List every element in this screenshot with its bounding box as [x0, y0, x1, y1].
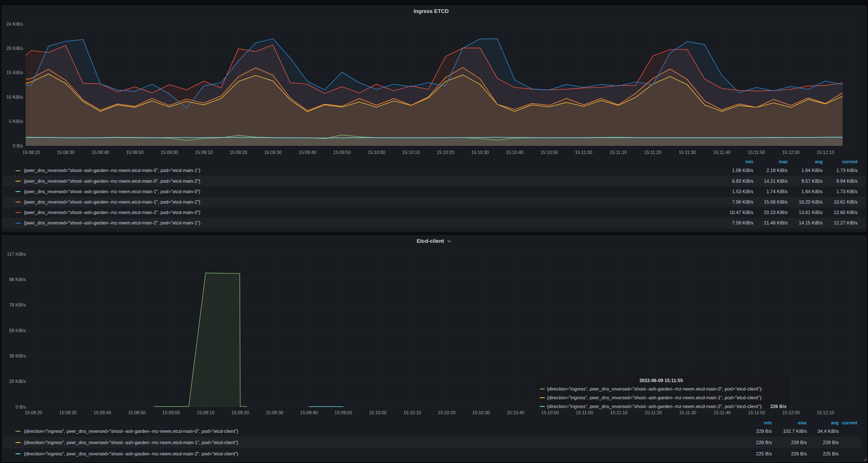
svg-text:15:08:40: 15:08:40 — [94, 410, 111, 415]
svg-text:15:12:00: 15:12:00 — [782, 410, 800, 415]
svg-text:15:08:30: 15:08:30 — [57, 150, 74, 155]
svg-text:15:09:00: 15:09:00 — [161, 150, 178, 155]
svg-text:15:11:00: 15:11:00 — [576, 410, 593, 415]
svg-text:59 KiB/s: 59 KiB/s — [9, 328, 26, 333]
svg-text:15:11:50: 15:11:50 — [748, 150, 765, 155]
svg-text:15:10:00: 15:10:00 — [369, 410, 386, 415]
svg-text:5 KiB/s: 5 KiB/s — [9, 119, 23, 124]
svg-text:117 KiB/s: 117 KiB/s — [7, 252, 26, 257]
svg-text:15:09:10: 15:09:10 — [195, 150, 213, 155]
svg-text:10 KiB/s: 10 KiB/s — [6, 95, 23, 99]
svg-text:15:09:00: 15:09:00 — [162, 410, 180, 415]
svg-text:15:11:20: 15:11:20 — [644, 150, 661, 155]
svg-text:15:09:20: 15:09:20 — [231, 410, 249, 415]
svg-text:15:10:40: 15:10:40 — [506, 150, 523, 155]
svg-text:15:08:20: 15:08:20 — [23, 150, 40, 155]
svg-text:15:10:50: 15:10:50 — [540, 150, 558, 155]
svg-text:15:08:20: 15:08:20 — [25, 410, 42, 415]
svg-text:15:11:20: 15:11:20 — [645, 410, 662, 415]
svg-text:15:11:10: 15:11:10 — [610, 410, 627, 415]
svg-text:15:10:30: 15:10:30 — [472, 410, 490, 415]
svg-text:15:09:50: 15:09:50 — [335, 410, 352, 415]
svg-text:15:09:50: 15:09:50 — [333, 150, 350, 155]
svg-text:15:10:30: 15:10:30 — [471, 150, 489, 155]
svg-text:15:11:40: 15:11:40 — [713, 150, 731, 155]
svg-text:0 B/s: 0 B/s — [13, 144, 23, 148]
svg-text:15:09:20: 15:09:20 — [230, 150, 247, 155]
svg-text:15:11:00: 15:11:00 — [575, 150, 592, 155]
svg-text:15:10:40: 15:10:40 — [507, 410, 524, 415]
svg-text:15:09:40: 15:09:40 — [300, 410, 318, 415]
svg-text:98 KiB/s: 98 KiB/s — [9, 277, 26, 282]
svg-text:78 KiB/s: 78 KiB/s — [9, 302, 26, 307]
svg-text:15:10:10: 15:10:10 — [404, 410, 421, 415]
svg-text:15:08:40: 15:08:40 — [92, 150, 109, 155]
svg-text:15:08:30: 15:08:30 — [59, 410, 76, 415]
svg-text:15:11:30: 15:11:30 — [679, 150, 696, 155]
svg-text:15:12:00: 15:12:00 — [782, 150, 800, 155]
svg-text:15:09:10: 15:09:10 — [197, 410, 214, 415]
svg-text:20 KiB/s: 20 KiB/s — [6, 46, 23, 51]
svg-text:15:10:20: 15:10:20 — [437, 150, 454, 155]
svg-text:24 KiB/s: 24 KiB/s — [6, 22, 23, 27]
svg-text:15:12:10: 15:12:10 — [817, 150, 834, 155]
svg-text:15:10:10: 15:10:10 — [402, 150, 420, 155]
svg-text:39 KiB/s: 39 KiB/s — [9, 354, 26, 358]
svg-text:15:10:00: 15:10:00 — [368, 150, 385, 155]
svg-text:15:08:50: 15:08:50 — [128, 410, 146, 415]
svg-text:15:10:20: 15:10:20 — [438, 410, 456, 415]
svg-text:15:10:50: 15:10:50 — [541, 410, 559, 415]
svg-text:15:08:50: 15:08:50 — [126, 150, 144, 155]
svg-text:15 KiB/s: 15 KiB/s — [6, 70, 23, 75]
svg-text:15:11:40: 15:11:40 — [714, 410, 731, 415]
svg-text:15:12:10: 15:12:10 — [817, 410, 834, 415]
svg-text:15:11:10: 15:11:10 — [610, 150, 627, 155]
svg-text:15:11:30: 15:11:30 — [679, 410, 696, 415]
svg-text:15:09:30: 15:09:30 — [266, 410, 283, 415]
svg-text:20 KiB/s: 20 KiB/s — [9, 379, 26, 384]
svg-text:15:11:50: 15:11:50 — [748, 410, 765, 415]
svg-text:15:09:30: 15:09:30 — [264, 150, 282, 155]
svg-text:15:09:40: 15:09:40 — [299, 150, 316, 155]
svg-text:0 B/s: 0 B/s — [16, 405, 26, 409]
